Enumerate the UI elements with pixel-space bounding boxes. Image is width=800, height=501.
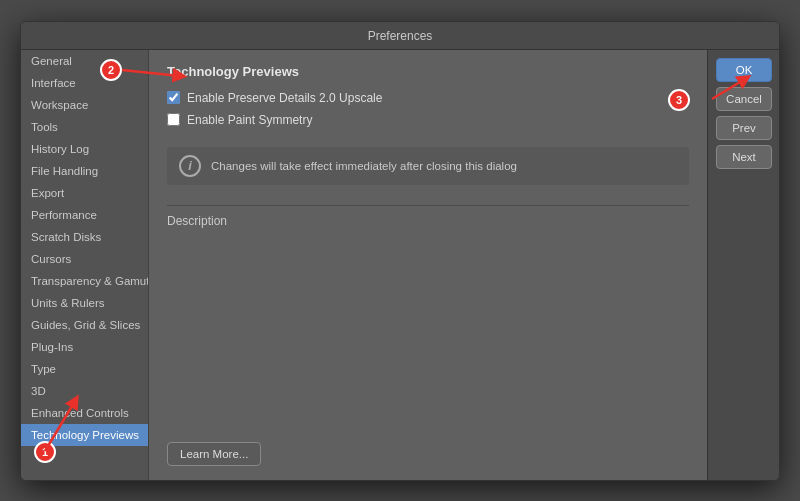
sidebar-item-type[interactable]: Type xyxy=(21,358,148,380)
cancel-button[interactable]: Cancel xyxy=(716,87,772,111)
sidebar-item-transparency---gamut[interactable]: Transparency & Gamut xyxy=(21,270,148,292)
info-message: Changes will take effect immediately aft… xyxy=(211,160,517,172)
sidebar-item-export[interactable]: Export xyxy=(21,182,148,204)
sidebar-item-interface[interactable]: Interface xyxy=(21,72,148,94)
learn-more-button[interactable]: Learn More... xyxy=(167,442,261,466)
option1-label: Enable Preserve Details 2.0 Upscale xyxy=(187,91,382,105)
dialog-title: Preferences xyxy=(368,29,433,43)
main-content: Technology Previews Enable Preserve Deta… xyxy=(149,50,707,480)
sidebar-item-tools[interactable]: Tools xyxy=(21,116,148,138)
right-buttons: OK Cancel Prev Next xyxy=(707,50,779,480)
sidebar-item-general[interactable]: General xyxy=(21,50,148,72)
info-box: i Changes will take effect immediately a… xyxy=(167,147,689,185)
bottom-bar: Learn More... xyxy=(167,432,689,466)
preferences-dialog: Preferences GeneralInterfaceWorkspaceToo… xyxy=(20,21,780,481)
option2-row: Enable Paint Symmetry xyxy=(167,113,689,127)
description-label: Description xyxy=(167,214,689,228)
description-area xyxy=(167,236,689,432)
ok-button[interactable]: OK xyxy=(716,58,772,82)
sidebar-item-history-log[interactable]: History Log xyxy=(21,138,148,160)
info-icon: i xyxy=(179,155,201,177)
section-title: Technology Previews xyxy=(167,64,689,79)
sidebar-item-file-handling[interactable]: File Handling xyxy=(21,160,148,182)
prev-button[interactable]: Prev xyxy=(716,116,772,140)
sidebar-item-plug-ins[interactable]: Plug-Ins xyxy=(21,336,148,358)
sidebar-item-performance[interactable]: Performance xyxy=(21,204,148,226)
sidebar: GeneralInterfaceWorkspaceToolsHistory Lo… xyxy=(21,50,149,480)
option2-checkbox[interactable] xyxy=(167,113,180,126)
next-button[interactable]: Next xyxy=(716,145,772,169)
option1-checkbox[interactable] xyxy=(167,91,180,104)
sidebar-item-3d[interactable]: 3D xyxy=(21,380,148,402)
sidebar-item-units---rulers[interactable]: Units & Rulers xyxy=(21,292,148,314)
option1-row: Enable Preserve Details 2.0 Upscale xyxy=(167,91,689,105)
sidebar-item-workspace[interactable]: Workspace xyxy=(21,94,148,116)
title-bar: Preferences xyxy=(21,22,779,50)
sidebar-item-enhanced-controls[interactable]: Enhanced Controls xyxy=(21,402,148,424)
sidebar-item-scratch-disks[interactable]: Scratch Disks xyxy=(21,226,148,248)
sidebar-item-guides--grid---slices[interactable]: Guides, Grid & Slices xyxy=(21,314,148,336)
sidebar-item-cursors[interactable]: Cursors xyxy=(21,248,148,270)
option2-label: Enable Paint Symmetry xyxy=(187,113,312,127)
sidebar-item-technology-previews[interactable]: Technology Previews xyxy=(21,424,148,446)
divider xyxy=(167,205,689,206)
